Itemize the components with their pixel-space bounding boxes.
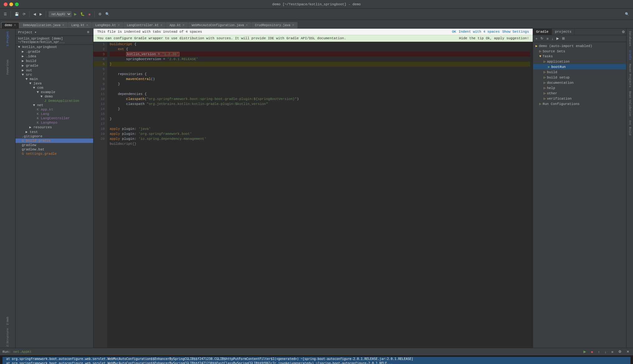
gradle-help[interactable]: ▷ help — [533, 85, 626, 91]
sidebar-bean[interactable]: Bean Validation — [628, 90, 632, 118]
file-tab-crudrepository-java[interactable]: CrudRepository.java× — [251, 22, 297, 28]
run-scroll[interactable]: ↑ — [597, 349, 601, 354]
notification-indent[interactable]: Indent with 4 spaces — [459, 30, 500, 34]
sidebar-maven[interactable]: Maven Projects — [628, 63, 632, 89]
file-tab-langrepo-kt[interactable]: LangRepo.kt× — [92, 22, 123, 28]
tree-item-lang[interactable]: K Lang — [16, 112, 93, 116]
sidebar-icon-project[interactable]: 1:Project — [5, 30, 11, 48]
maximize-button[interactable] — [15, 2, 19, 6]
stop-button[interactable]: ■ — [87, 12, 92, 17]
gradle-expand[interactable]: ↓ — [550, 36, 555, 41]
sidebar-ant[interactable]: Ant Build — [628, 119, 632, 137]
gradle-verification[interactable]: ▷ verification — [533, 96, 626, 101]
sidebar-icon-web[interactable]: 2:Web — [5, 315, 11, 326]
run-play[interactable]: ▶ — [582, 349, 587, 354]
file-tab-close[interactable]: × — [246, 24, 248, 27]
tree-item--gradle[interactable]: ▶ .gradle — [16, 49, 93, 54]
file-tab-app-kt[interactable]: App.kt× — [166, 22, 188, 28]
tree-item-out[interactable]: ▶ out — [16, 68, 93, 73]
run-wrap[interactable]: ≡ — [610, 349, 615, 354]
gradle-other[interactable]: ▷ other — [533, 91, 626, 96]
toolbar-sync[interactable]: ⟳ — [21, 12, 27, 17]
toolbar-extra-2[interactable]: 🔍 — [104, 12, 111, 17]
gradle-deps[interactable]: ⊞ — [561, 36, 566, 41]
gradle-build-setup[interactable]: ▷ build setup — [533, 75, 626, 80]
tree-item--gitignore[interactable]: .gitignore — [16, 134, 93, 139]
gradle-add[interactable]: + — [534, 36, 539, 41]
sidebar-gradle[interactable]: Gradle — [628, 49, 632, 61]
toolbar-back[interactable]: ◀ — [32, 12, 37, 17]
tree-item-gradlew-bat[interactable]: gradlew.bat — [16, 147, 93, 152]
tree-item-resources[interactable]: ▶ resources — [16, 125, 93, 130]
file-tab-close[interactable]: × — [160, 24, 162, 27]
gradle-run[interactable]: ▶ — [555, 36, 560, 41]
project-panel-settings[interactable]: ⚙ — [86, 30, 91, 34]
run-config-selector[interactable]: net.AppKt — [49, 11, 72, 17]
notification-show-settings[interactable]: Show Settings — [502, 30, 529, 34]
tree-item-example[interactable]: ▼ example — [16, 90, 93, 94]
notification-ok[interactable]: OK — [452, 30, 456, 34]
toolbar-menu-btn[interactable]: ☰ — [2, 12, 8, 17]
tree-item-app-kt[interactable]: K App.kt — [16, 107, 93, 112]
tab-projects[interactable]: projects — [552, 29, 575, 35]
code-editor[interactable]: 1 2 3 4 5 6 7 8 9 10 11 12 13 14 15 16 1… — [93, 42, 533, 348]
run-close[interactable]: ✕ — [625, 349, 631, 354]
tree-item-langcontroller[interactable]: K LangController — [16, 116, 93, 121]
tree-item--idea[interactable]: ▶ .idea — [16, 54, 93, 59]
gradle-application[interactable]: ▷ application — [533, 59, 626, 64]
toolbar-search[interactable]: 🔍 — [624, 12, 631, 17]
sidebar-databases[interactable]: Databases — [628, 30, 632, 48]
file-tab-demo[interactable]: demo× — [1, 22, 19, 28]
toolbar-save[interactable]: 💾 — [13, 12, 20, 17]
tree-item-kotlin-springboot[interactable]: ▼ kotlin_springboot — [16, 45, 93, 49]
tree-item-net[interactable]: ▼ net — [16, 103, 93, 107]
file-tab-demoapplication-java[interactable]: DemoApplication.java× — [20, 22, 68, 28]
debug-button[interactable]: 🐛 — [79, 12, 86, 17]
gradle-bootrun[interactable]: ▶ bootRun — [533, 64, 626, 69]
file-tab-close[interactable]: × — [14, 24, 16, 27]
file-tab-close[interactable]: × — [183, 24, 184, 27]
toolbar-forward[interactable]: ▶ — [38, 12, 43, 17]
file-tab-close[interactable]: × — [86, 24, 88, 27]
file-tab-close[interactable]: × — [62, 24, 64, 27]
tree-item-com[interactable]: ▼ com — [16, 86, 93, 90]
file-tab-lang-kt[interactable]: Lang.kt× — [68, 22, 92, 28]
tip-hide[interactable]: Hide the tip — [459, 36, 484, 40]
gradle-root[interactable]: ▶ demo (auto-import enabled) — [533, 43, 626, 49]
toolbar-extra-1[interactable]: ⚙ — [97, 12, 103, 17]
close-button[interactable] — [4, 2, 7, 6]
tree-item-gradlew[interactable]: gradlew — [16, 143, 93, 147]
tree-item-gradle[interactable]: ▶ gradle — [16, 63, 93, 68]
code-content[interactable]: buildscript { ext { kotlin_version = '1.… — [107, 42, 533, 348]
gradle-settings[interactable]: ⚙ — [621, 29, 626, 35]
tree-item-java[interactable]: ▼ java — [16, 81, 93, 86]
tree-item-src[interactable]: ▼ src — [16, 73, 93, 77]
run-stop[interactable]: ■ — [590, 349, 594, 354]
tip-apply[interactable]: Ok, apply suggestion! — [486, 36, 529, 40]
run-button[interactable]: ▶ — [73, 12, 78, 17]
sidebar-icon-structure[interactable]: Z:Structure — [5, 327, 11, 348]
gradle-run-configs[interactable]: ▷ Run Configurations — [533, 101, 626, 106]
run-scroll-down[interactable]: ↓ — [603, 349, 608, 354]
tree-item-demoapplication[interactable]: J DemoApplication — [16, 99, 93, 103]
gradle-build[interactable]: ▷ build — [533, 69, 626, 75]
tree-item-test[interactable]: ▶ test — [16, 130, 93, 134]
file-tab-close[interactable]: × — [118, 24, 120, 27]
gradle-source-sets[interactable]: ▷ Source Sets — [533, 49, 626, 54]
tree-item-main[interactable]: ▼ main — [16, 77, 93, 81]
tree-item-build[interactable]: ▶ build — [16, 59, 93, 63]
sidebar-icon-favorites[interactable]: Favorites — [5, 58, 11, 76]
file-tab-close[interactable]: × — [292, 24, 294, 27]
gradle-collapse[interactable]: ≡ — [545, 36, 550, 41]
run-filter[interactable]: ⚙ — [617, 349, 623, 354]
tree-item-langrepo[interactable]: K LangRepo — [16, 121, 93, 125]
tab-gradle[interactable]: Gradle — [533, 29, 552, 35]
tree-item-demo[interactable]: ▼ demo — [16, 94, 93, 99]
gradle-tasks[interactable]: ▼ Tasks — [533, 54, 626, 59]
file-tab-webmvcautoconfiguration-java[interactable]: WebMvcAutoConfiguration.java× — [188, 22, 251, 28]
file-tab-langcontroller-kt[interactable]: LangController.kt× — [123, 22, 166, 28]
gradle-refresh[interactable]: ↻ — [539, 36, 545, 41]
tree-item-settings-gradle[interactable]: G settings.gradle — [16, 152, 93, 156]
tree-item-build-gradle[interactable]: G build.gradle — [16, 139, 93, 143]
minimize-button[interactable] — [9, 2, 13, 6]
